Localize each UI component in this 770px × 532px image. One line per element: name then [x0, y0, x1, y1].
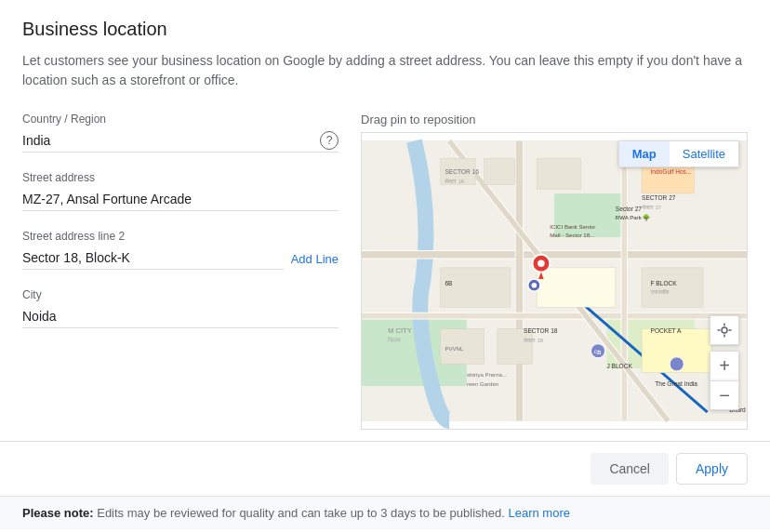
svg-text:सेक्टर 18: सेक्टर 18	[523, 337, 543, 343]
svg-text:IndoGulf Hos...: IndoGulf Hos...	[651, 168, 692, 175]
country-field: Country / Region ?	[22, 113, 339, 153]
locate-icon	[716, 322, 733, 339]
help-icon[interactable]: ?	[320, 131, 339, 150]
svg-text:The Great India: The Great India	[655, 380, 697, 387]
svg-point-57	[722, 327, 727, 333]
note-prefix: Please note:	[22, 506, 94, 520]
svg-text:एफ ब्लॉक: एफ ब्लॉक	[650, 289, 670, 295]
apply-button[interactable]: Apply	[676, 453, 748, 485]
country-field-wrapper: ?	[22, 129, 339, 153]
svg-text:6B: 6B	[445, 280, 453, 286]
learn-more-link[interactable]: Learn more	[509, 506, 570, 520]
street2-wrapper: Add Line	[22, 246, 339, 270]
svg-text:🛍: 🛍	[594, 348, 602, 356]
country-label: Country / Region	[22, 113, 339, 126]
svg-text:SECTOR 27: SECTOR 27	[642, 194, 676, 201]
map-toggle: Map Satellite	[618, 140, 739, 167]
map-section: Drag pin to reposition	[361, 113, 748, 430]
svg-rect-22	[642, 268, 703, 307]
svg-text:SECTOR 16: SECTOR 16	[445, 168, 479, 175]
street-label: Street address	[22, 171, 339, 184]
note-text: Edits may be reviewed for quality and ca…	[97, 506, 508, 520]
city-input[interactable]	[22, 305, 339, 328]
svg-text:reen Garden: reen Garden	[467, 380, 498, 387]
map-svg: SECTOR 16 सेक्टर 16 IndoGulf Hos... ICIC…	[362, 133, 747, 429]
svg-point-53	[532, 283, 538, 288]
svg-text:J BLOCK: J BLOCK	[606, 363, 632, 369]
note-bar: Please note: Edits may be reviewed for q…	[0, 496, 770, 529]
cancel-button[interactable]: Cancel	[591, 453, 669, 485]
svg-point-51	[538, 259, 545, 267]
svg-text:सेक्टर 16: सेक्टर 16	[444, 178, 464, 184]
footer-actions: Cancel Apply	[0, 441, 770, 496]
svg-text:SECTOR 18: SECTOR 18	[524, 327, 558, 334]
satellite-view-button[interactable]: Satellite	[670, 141, 738, 166]
svg-text:Sector 27: Sector 27	[616, 206, 642, 212]
svg-text:सेक्टर 27: सेक्टर 27	[641, 204, 661, 210]
svg-text:फिल्म: फिल्म	[387, 336, 401, 343]
svg-text:ICICI Bank Senior: ICICI Bank Senior	[550, 223, 595, 230]
map-wrapper[interactable]: SECTOR 16 सेक्टर 16 IndoGulf Hos... ICIC…	[361, 132, 748, 430]
content-area: Country / Region ? Street address Street…	[22, 113, 748, 430]
svg-text:M CITY: M CITY	[388, 326, 411, 335]
street2-label: Street address line 2	[22, 230, 339, 243]
svg-text:Mall - Sector 18...: Mall - Sector 18...	[550, 232, 594, 238]
svg-rect-21	[537, 268, 616, 307]
street-input[interactable]	[22, 188, 339, 211]
main-container: Business location Let customers see your…	[0, 0, 770, 430]
locate-button[interactable]	[710, 315, 739, 345]
city-label: City	[22, 288, 339, 301]
page-title: Business location	[22, 19, 748, 40]
zoom-in-button[interactable]: +	[710, 351, 739, 380]
description: Let customers see your business location…	[22, 51, 748, 90]
svg-rect-2	[554, 193, 624, 237]
street2-input[interactable]	[22, 246, 284, 270]
form-section: Country / Region ? Street address Street…	[22, 113, 339, 430]
drag-label: Drag pin to reposition	[361, 113, 748, 126]
svg-text:POCKET A: POCKET A	[651, 327, 682, 334]
svg-text:PVVNL: PVVNL	[445, 345, 464, 352]
svg-text:F BLOCK: F BLOCK	[651, 280, 678, 286]
svg-text:RWA Park 🌳: RWA Park 🌳	[616, 214, 651, 221]
svg-rect-18	[537, 158, 580, 189]
svg-rect-20	[441, 268, 511, 307]
map-view-button[interactable]: Map	[619, 141, 670, 166]
country-input[interactable]	[22, 129, 320, 152]
zoom-out-button[interactable]: −	[710, 380, 739, 410]
street2-field: Street address line 2 Add Line	[22, 230, 339, 270]
city-field: City	[22, 288, 339, 328]
svg-text:shtriya Prerna...: shtriya Prerna...	[467, 372, 507, 379]
svg-point-56	[670, 357, 684, 371]
street-field: Street address	[22, 171, 339, 211]
add-line-button[interactable]: Add Line	[291, 252, 339, 270]
svg-rect-17	[485, 158, 515, 184]
